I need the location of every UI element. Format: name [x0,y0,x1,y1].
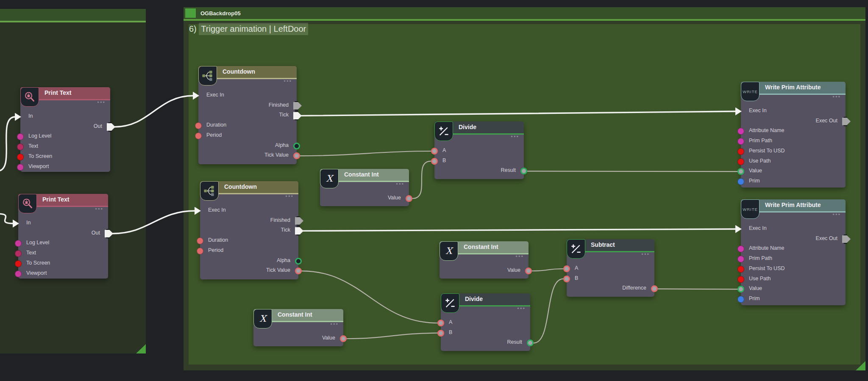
port-label-period: Period [208,247,223,253]
port-label-persist-to-usd: Persist To USD [749,265,785,271]
pin-period[interactable] [195,133,202,139]
node-icon-box: X [440,241,458,261]
pin-to-screen[interactable] [17,154,24,160]
node-print-text-1[interactable]: Print Text•••InOutLog LevelTextTo Screen… [20,87,110,172]
port-label-exec-out: Exec Out [816,118,837,124]
port-label-tick-value: Tick Value [264,152,289,158]
port-label-finished: Finished [270,217,290,223]
plus-minus-icon [444,297,456,309]
pin-value[interactable] [737,168,744,175]
pin-persist-to-usd[interactable] [737,266,744,273]
backdrop-main-header[interactable]: OGBackdrop05 [184,7,865,19]
node-options-icon[interactable]: ••• [95,207,103,211]
pin-prim-path[interactable] [737,256,744,262]
port-label-duration: Duration [206,122,226,128]
write-text-icon: WRITE [743,89,758,94]
pin-duration[interactable] [197,237,203,244]
node-icon-box [434,121,453,141]
pin-b[interactable] [437,330,444,337]
port-label-log-level: Log Level [28,133,51,139]
pin-log-level[interactable] [15,240,22,247]
pin-use-path[interactable] [737,276,744,283]
port-label-value: Value [749,285,762,291]
svg-text:X: X [259,313,267,324]
node-options-icon[interactable]: ••• [832,95,841,99]
pin-alpha[interactable] [293,143,300,149]
node-print-text-2[interactable]: Print Text•••InOutLog LevelTextTo Screen… [18,194,108,279]
port-label-persist-to-usd: Persist To USD [749,148,785,154]
pin-text[interactable] [15,250,22,257]
port-label-a: A [575,265,578,271]
backdrop-color-swatch-icon[interactable] [185,8,196,18]
node-subtract-1[interactable]: Subtract•••ABDifference [567,239,654,297]
node-graph-canvas[interactable]: OGBackdrop05 6) Trigger animation | Left… [0,0,868,381]
pin-viewport[interactable] [15,271,22,277]
node-title: Divide [465,295,483,302]
node-options-icon[interactable]: ••• [97,100,106,105]
pin-text[interactable] [17,144,24,150]
pin-value[interactable] [525,268,532,274]
port-label-finished: Finished [269,102,289,108]
node-options-icon[interactable]: ••• [330,322,339,326]
pin-use-path[interactable] [737,158,744,165]
node-countdown-2[interactable]: Countdown•••Exec InFinishedTickDurationP… [200,181,298,279]
pin-value[interactable] [340,335,347,342]
debug-magnifier-icon [23,91,36,103]
pin-a[interactable] [431,148,438,155]
port-label-text: Text [28,143,38,149]
pin-attribute-name[interactable] [737,128,744,135]
pin-b[interactable] [431,158,438,165]
node-constant-int-2[interactable]: XConstant Int•••Value [440,241,529,279]
node-constant-int-3[interactable]: XConstant Int•••Value [253,309,343,346]
pin-to-screen[interactable] [15,260,22,267]
port-label-to-screen: To Screen [26,260,50,266]
node-options-icon[interactable]: ••• [641,252,650,257]
pin-period[interactable] [197,248,203,254]
pin-persist-to-usd[interactable] [737,148,744,155]
pin-prim-path[interactable] [737,138,744,145]
port-label-attribute-name: Attribute Name [749,127,784,133]
node-icon-box: X [253,309,272,329]
pin-a[interactable] [563,265,570,272]
port-label-exec-in: Exec In [749,225,767,231]
pin-a[interactable] [437,320,444,326]
node-options-icon[interactable]: ••• [285,194,294,199]
node-options-icon[interactable]: ••• [396,182,404,186]
node-constant-int-1[interactable]: XConstant Int•••Value [320,169,409,206]
port-label-exec-in: Exec In [208,207,226,213]
node-options-icon[interactable]: ••• [284,79,292,83]
node-wpa-1[interactable]: WRITEWrite Prim Attribute•••Exec InExec … [741,82,846,188]
pin-alpha[interactable] [295,258,302,265]
port-label-exec-in: Exec In [749,108,767,113]
node-icon-box: X [320,169,339,188]
pin-prim[interactable] [737,178,744,185]
backdrop-title-text: Trigger animation | LeftDoor [199,23,308,35]
pin-viewport[interactable] [17,164,24,171]
pin-b[interactable] [563,276,570,282]
node-icon-box [567,239,585,259]
node-countdown-1[interactable]: Countdown•••Exec InFinishedTickDurationP… [198,66,297,164]
pin-value[interactable] [406,195,412,202]
pin-duration[interactable] [195,122,202,129]
debug-magnifier-icon [21,197,34,210]
node-divide-1[interactable]: Divide•••ABResult [434,121,524,179]
port-label-attribute-name: Attribute Name [749,245,784,251]
node-options-icon[interactable]: ••• [515,254,524,259]
node-options-icon[interactable]: ••• [511,135,519,139]
backdrop-left-header[interactable] [0,9,146,21]
node-title: Countdown [224,183,257,190]
node-options-icon[interactable]: ••• [517,306,526,311]
port-label-exec-in: Exec In [206,92,224,98]
pin-value[interactable] [737,286,744,293]
backdrop-left[interactable] [0,9,146,353]
port-label-difference: Difference [622,285,646,291]
pin-prim[interactable] [737,296,744,303]
pin-attribute-name[interactable] [737,246,744,252]
backdrop-name: OGBackdrop05 [200,10,241,17]
node-options-icon[interactable]: ••• [832,213,841,217]
pin-log-level[interactable] [17,133,24,140]
node-wpa-2[interactable]: WRITEWrite Prim Attribute•••Exec InExec … [741,199,846,305]
node-divide-2[interactable]: Divide•••ABResult [441,293,530,351]
port-label-a: A [442,147,446,153]
port-label-tick: Tick [279,112,289,118]
